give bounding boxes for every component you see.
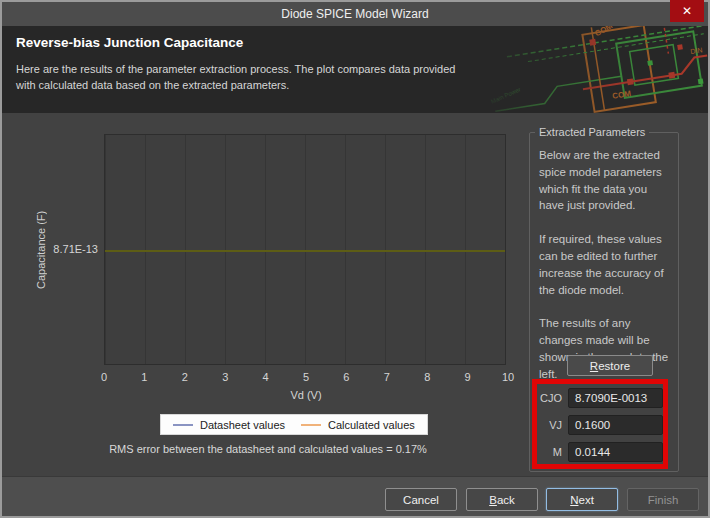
rms-error-text: RMS error between the datasheet and calc…: [2, 443, 534, 455]
params-paragraph-2: If required, these values can be edited …: [539, 231, 670, 298]
window-title: Diode SPICE Model Wizard: [281, 7, 428, 21]
next-button[interactable]: Next: [546, 488, 618, 511]
param-row-m: M: [533, 441, 663, 463]
x-axis-ticks: 0 1 2 3 4 5 6 7 8 9 10: [104, 371, 508, 385]
x-tick-label: 10: [502, 371, 514, 383]
chart-legend: Datasheet values Calculated values: [160, 414, 428, 435]
footer-button-bar: Cancel Back Next Finish: [2, 476, 708, 516]
cancel-button[interactable]: Cancel: [385, 488, 457, 511]
param-label-cjo: CJO: [533, 392, 562, 404]
back-button-label: Back: [489, 494, 515, 506]
params-paragraph-1: Below are the extracted spice model para…: [539, 147, 670, 214]
extracted-parameters-title: Extracted Parameters: [535, 126, 649, 138]
cancel-button-label: Cancel: [403, 494, 439, 506]
x-tick-label: 1: [141, 371, 147, 383]
finish-button: Finish: [627, 488, 699, 511]
x-axis-label: Vd (V): [104, 389, 508, 401]
chart-data-line: [105, 250, 505, 252]
close-button[interactable]: ✕: [670, 0, 704, 22]
param-input-vj[interactable]: [568, 415, 663, 435]
close-icon: ✕: [682, 4, 692, 18]
datasheet-line-swatch: [173, 424, 193, 426]
restore-button-label: Restore: [590, 360, 630, 372]
restore-button[interactable]: Restore: [567, 355, 653, 376]
x-tick-label: 5: [303, 371, 309, 383]
x-tick-label: 7: [384, 371, 390, 383]
param-label-vj: VJ: [533, 419, 562, 431]
extracted-parameters-description: Below are the extracted spice model para…: [530, 133, 678, 383]
legend-label: Calculated values: [328, 419, 415, 431]
x-tick-label: 6: [343, 371, 349, 383]
page-description: Here are the results of the parameter ex…: [16, 61, 456, 93]
x-tick-label: 8: [424, 371, 430, 383]
legend-label: Datasheet values: [200, 419, 285, 431]
param-input-m[interactable]: [568, 442, 663, 462]
param-input-cjo[interactable]: [568, 388, 663, 408]
back-button[interactable]: Back: [466, 488, 538, 511]
y-tick-label: 8.71E-13: [40, 243, 98, 255]
legend-item-calculated: Calculated values: [301, 419, 415, 431]
wizard-header: COM COM DIN Main Power Reverse-bias Junc…: [2, 26, 708, 113]
x-tick-label: 2: [182, 371, 188, 383]
page-title: Reverse-bias Junction Capacitance: [16, 35, 243, 50]
param-label-m: M: [533, 446, 562, 458]
next-button-label: Next: [570, 494, 594, 506]
x-tick-label: 9: [465, 371, 471, 383]
main-content: Capacitance (F) 8.71E-13 0 1 2 3 4 5 6 7…: [2, 113, 708, 476]
finish-button-label: Finish: [648, 494, 679, 506]
param-row-vj: VJ: [533, 414, 663, 436]
calculated-line-swatch: [301, 424, 321, 426]
legend-item-datasheet: Datasheet values: [173, 419, 285, 431]
param-row-cjo: CJO: [533, 387, 663, 409]
chart-plot-area: [104, 134, 506, 365]
x-tick-label: 3: [222, 371, 228, 383]
diode-spice-model-wizard-dialog: Diode SPICE Model Wizard ✕: [0, 0, 710, 518]
pcb-artwork-fade: [470, 26, 708, 113]
title-bar: Diode SPICE Model Wizard: [2, 2, 708, 26]
x-tick-label: 4: [263, 371, 269, 383]
x-tick-label: 0: [101, 371, 107, 383]
